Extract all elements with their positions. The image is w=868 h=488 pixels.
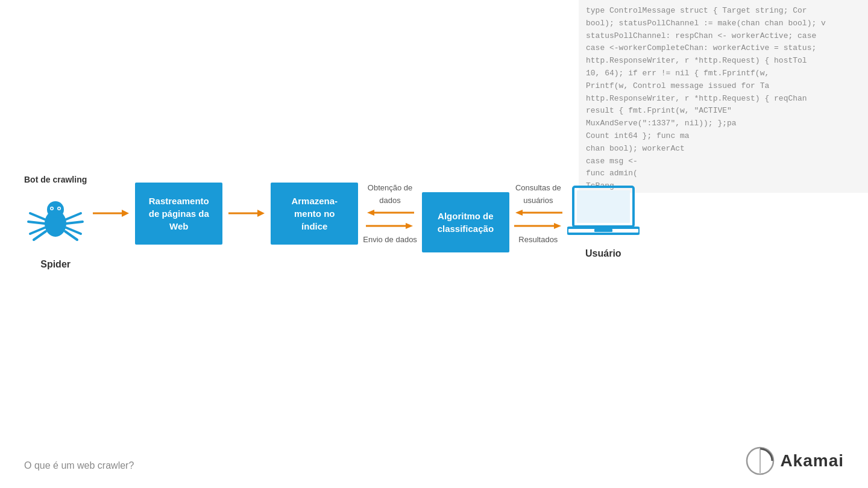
consultas-label: Consultas de: [515, 183, 561, 192]
spider-section: Bot de crawling Spider: [24, 175, 87, 270]
bot-de-crawling-label: Bot de crawling: [24, 175, 87, 184]
svg-marker-21: [406, 223, 413, 229]
code-line-6: 10, 64); if err != nil { fmt.Fprintf(w,: [586, 67, 861, 80]
akamai-text-label: Akamai: [780, 451, 844, 471]
arrow-right-1: [93, 206, 129, 221]
svg-line-11: [66, 222, 83, 224]
arrow-right-resultados: [514, 221, 562, 231]
arrow-right-2: [228, 206, 265, 221]
svg-line-7: [28, 222, 45, 224]
arrow-right-envio: [366, 221, 414, 231]
code-line-10: MuxAndServe(":1337", nil)); };pa: [586, 117, 861, 130]
svg-marker-19: [367, 210, 374, 216]
usuario-label: Usuário: [585, 248, 621, 259]
box-armazenamento: Armazena-mento no índice: [271, 183, 358, 245]
code-line-3: statusPollChannel: respChan <- workerAct…: [586, 30, 861, 43]
code-line-7: Printf(w, Control message issued for Ta: [586, 80, 861, 93]
svg-rect-29: [594, 229, 612, 232]
box-algoritmo: Algoritmo de classificação: [422, 192, 509, 252]
svg-marker-25: [554, 223, 561, 229]
spider-label: Spider: [40, 259, 71, 270]
code-line-11: Count int64 }; func ma: [586, 130, 861, 143]
svg-marker-17: [257, 210, 265, 217]
envio-label: Envio de dados: [363, 235, 417, 244]
double-arrow-obtencao-envio: Obtenção de dados Envio de dados: [363, 183, 417, 244]
arrow-left-consultas: [514, 207, 562, 218]
arrow-left-obtencao: [366, 207, 414, 218]
svg-line-6: [30, 213, 45, 219]
code-line-5: http.ResponseWriter, r *http.Request) { …: [586, 55, 861, 67]
svg-point-4: [51, 208, 53, 210]
obtencao-label2: dados: [379, 196, 400, 205]
code-line-9: result { fmt.Fprint(w, "ACTIVE": [586, 105, 861, 117]
svg-point-5: [58, 208, 60, 210]
laptop-icon: [567, 186, 640, 240]
svg-marker-15: [122, 210, 129, 217]
svg-point-1: [47, 201, 64, 218]
user-section: Usuário: [567, 186, 640, 259]
box-rastreamento: Rastreamento de páginas da Web: [135, 183, 222, 245]
akamai-logo: Akamai: [745, 446, 844, 476]
code-line-1: type ControlMessage struct { Target stri…: [586, 5, 861, 17]
resultados-label: Resultados: [518, 235, 558, 244]
svg-marker-23: [515, 210, 523, 216]
diagram-area: Bot de crawling Spider: [24, 175, 868, 270]
akamai-circle-icon: [745, 446, 775, 476]
svg-rect-27: [577, 190, 630, 223]
svg-line-10: [66, 213, 81, 219]
code-line-4: case <-workerCompleteChan: workerActive …: [586, 42, 861, 55]
obtencao-label: Obtenção de: [368, 183, 412, 192]
code-line-12: chan bool); workerAct: [586, 143, 861, 155]
algoritmo-section: Algoritmo de classificação: [422, 192, 509, 252]
consultas-label2: usuários: [523, 196, 553, 205]
double-arrow-consultas-resultados: Consultas de usuários Resultados: [514, 183, 562, 244]
bottom-text: O que é um web crawler?: [24, 460, 134, 471]
code-line-8: http.ResponseWriter, r *http.Request) { …: [586, 93, 861, 105]
code-line-13: case msg <-: [586, 155, 861, 168]
code-line-2: bool); statusPollChannel := make(chan ch…: [586, 17, 861, 30]
code-background: type ControlMessage struct { Target stri…: [579, 0, 868, 193]
spider-icon: [25, 190, 86, 251]
